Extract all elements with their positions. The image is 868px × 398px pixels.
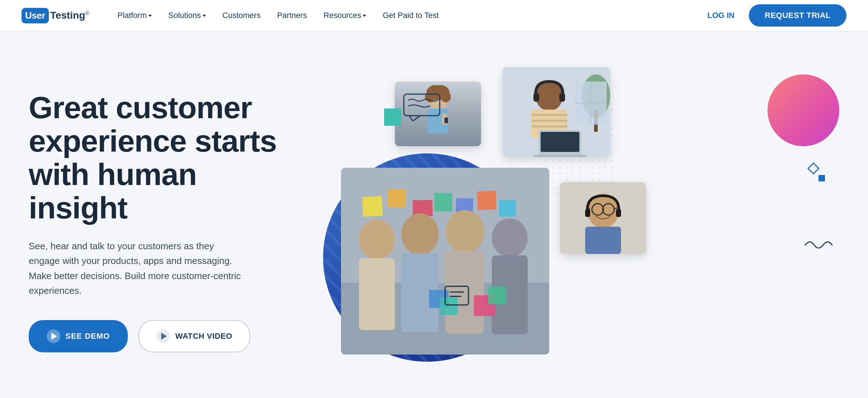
- solutions-chevron-icon: [202, 15, 206, 17]
- nav-customers[interactable]: Customers: [216, 8, 267, 23]
- svg-rect-22: [533, 155, 587, 157]
- hero-right: [302, 53, 839, 376]
- request-trial-button[interactable]: REQUEST TRIAL: [749, 4, 846, 27]
- deco-diamond: [807, 162, 820, 175]
- svg-rect-63: [616, 209, 621, 217]
- svg-rect-62: [585, 209, 590, 217]
- login-button[interactable]: LOG IN: [701, 8, 740, 23]
- svg-rect-49: [440, 297, 458, 315]
- logo-user-text: User: [25, 10, 45, 21]
- logo-box: User: [22, 8, 49, 23]
- nav-get-paid[interactable]: Get Paid to Test: [376, 8, 445, 23]
- hero-title: Great customer experience starts with hu…: [29, 91, 280, 225]
- svg-point-42: [401, 213, 439, 255]
- resources-chevron-icon: [363, 15, 366, 17]
- nav-right: LOG IN REQUEST TRIAL: [701, 4, 846, 27]
- nav-platform[interactable]: Platform: [111, 8, 158, 23]
- svg-rect-38: [477, 191, 496, 210]
- nav-solutions[interactable]: Solutions: [162, 8, 213, 23]
- hero-left: Great customer experience starts with hu…: [29, 77, 280, 352]
- play-triangle-dark-icon: [161, 333, 167, 340]
- nav-links: Platform Solutions Customers Partners Re…: [111, 8, 701, 23]
- deco-circle-pink: [767, 74, 839, 146]
- nav-partners[interactable]: Partners: [271, 8, 313, 23]
- hero-photo-man-laptop: [503, 67, 610, 157]
- play-triangle-icon: [51, 333, 57, 340]
- platform-chevron-icon: [148, 15, 152, 17]
- svg-rect-15: [559, 93, 565, 102]
- svg-rect-51: [488, 286, 506, 304]
- svg-rect-18: [531, 120, 567, 122]
- hero-photo-man-headphones: [560, 182, 646, 254]
- deco-teal-square: [384, 108, 401, 126]
- deco-squiggle: [803, 236, 836, 255]
- svg-rect-39: [499, 200, 516, 217]
- deco-blue-square: [818, 175, 825, 181]
- svg-rect-64: [585, 227, 621, 254]
- svg-rect-36: [434, 193, 452, 212]
- logo-testing-text: Testing®: [50, 10, 89, 21]
- svg-rect-34: [387, 189, 406, 208]
- hero-subtitle: See, hear and talk to your customers as …: [29, 239, 244, 298]
- see-demo-button[interactable]: SEE DEMO: [29, 320, 128, 352]
- svg-rect-33: [362, 196, 383, 217]
- svg-rect-41: [359, 258, 395, 330]
- svg-rect-14: [533, 93, 539, 102]
- hero-buttons: SEE DEMO WATCH VIDEO: [29, 320, 280, 352]
- svg-rect-2: [404, 94, 440, 116]
- play-circle-icon: [47, 329, 60, 343]
- svg-point-46: [492, 218, 528, 257]
- logo[interactable]: User Testing®: [22, 8, 89, 23]
- svg-point-44: [445, 210, 484, 253]
- navbar: User Testing® Platform Solutions Custome…: [0, 0, 868, 31]
- svg-point-40: [359, 219, 395, 260]
- play-circle-outline-icon: [157, 329, 170, 343]
- deco-speech-bubble: [402, 92, 445, 122]
- svg-rect-19: [531, 125, 567, 128]
- hero-section: Great customer experience starts with hu…: [0, 31, 868, 398]
- hero-main-group-photo: [341, 168, 549, 355]
- svg-rect-17: [531, 114, 567, 116]
- watch-video-button[interactable]: WATCH VIDEO: [139, 320, 250, 352]
- svg-rect-21: [541, 132, 579, 152]
- nav-resources[interactable]: Resources: [317, 8, 373, 23]
